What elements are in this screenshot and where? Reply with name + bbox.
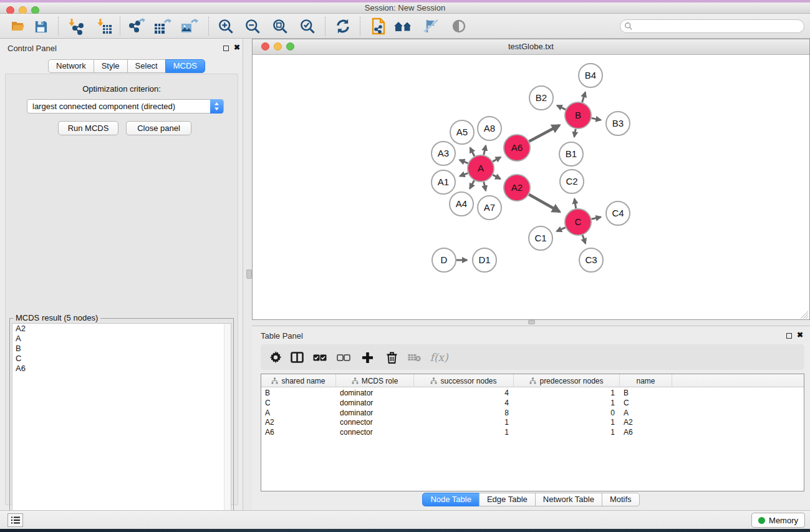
column-header-successor-nodes[interactable]: successor nodes — [414, 374, 514, 387]
table-row[interactable]: Cdominator41C — [261, 399, 804, 409]
edge-A2-C[interactable] — [529, 195, 559, 212]
edge-C-C3[interactable] — [582, 235, 586, 244]
table-cell[interactable]: A2 — [261, 418, 336, 428]
edge-A-A2[interactable] — [493, 175, 500, 178]
tab-edge-table[interactable]: Edge Table — [479, 493, 536, 506]
node-C[interactable]: C — [565, 209, 591, 235]
edge-A-A6[interactable] — [493, 157, 501, 162]
node-B2[interactable]: B2 — [529, 86, 553, 110]
table-cell[interactable]: 1 — [514, 389, 620, 399]
table-settings-gear-icon[interactable] — [267, 349, 284, 366]
table-row[interactable]: A2connector11A2 — [261, 418, 804, 428]
edge-A-A5[interactable] — [470, 148, 475, 156]
table-row[interactable]: Adominator80A — [261, 409, 804, 418]
zoom-out-icon[interactable] — [242, 17, 263, 36]
edge-B-B4[interactable] — [582, 92, 586, 102]
table-panel-close-icon[interactable]: ✖ — [797, 331, 803, 339]
table-cell[interactable]: A6 — [261, 428, 336, 438]
edge-B-B2[interactable] — [557, 105, 566, 109]
share-file-icon[interactable] — [368, 17, 389, 36]
tab-node-table[interactable]: Node Table — [422, 493, 480, 506]
node-A4[interactable]: A4 — [450, 192, 473, 216]
table-row[interactable]: A6connector11A6 — [261, 428, 804, 438]
node-A7[interactable]: A7 — [478, 196, 501, 220]
network-canvas[interactable]: B4B2BB3A8A5A6A3B1AA1C2A2A4A7C4CC1C3DD1 — [253, 55, 809, 319]
close-panel-button[interactable]: Close panel — [126, 121, 191, 135]
memory-button[interactable]: Memory — [751, 513, 805, 528]
edge-A6-B[interactable] — [529, 125, 559, 142]
float-panel-icon[interactable] — [223, 46, 229, 51]
eye-icon[interactable] — [448, 17, 470, 36]
node-A5[interactable]: A5 — [450, 120, 474, 144]
mcds-result-item[interactable]: C — [12, 354, 231, 364]
node-B4[interactable]: B4 — [579, 64, 602, 87]
criterion-select[interactable]: largest connected component (directed) — [27, 99, 224, 114]
node-B1[interactable]: B1 — [559, 142, 583, 166]
toggle-columns-icon[interactable] — [288, 349, 306, 366]
node-B3[interactable]: B3 — [606, 112, 630, 135]
list-scrollbar[interactable] — [224, 324, 231, 531]
select-all-icon[interactable] — [311, 349, 329, 366]
tab-network[interactable]: Network — [48, 59, 94, 73]
tab-network-table[interactable]: Network Table — [535, 493, 602, 506]
table-row[interactable]: Bdominator41B — [261, 389, 804, 399]
table-cell[interactable]: dominator — [336, 409, 414, 418]
edge-A-A7[interactable] — [484, 181, 486, 190]
search-input[interactable] — [633, 21, 804, 32]
table-cell[interactable]: connector — [336, 418, 414, 428]
node-B[interactable]: B — [565, 102, 591, 128]
edge-C-C4[interactable] — [591, 217, 600, 219]
zoom-in-icon[interactable] — [215, 17, 236, 36]
table-cell[interactable]: C — [261, 399, 336, 409]
resize-grip-icon[interactable] — [801, 311, 809, 319]
table-cell[interactable]: 8 — [414, 409, 514, 418]
table-cell[interactable]: 4 — [414, 389, 514, 399]
table-cell[interactable]: 1 — [514, 418, 620, 428]
network-graph[interactable]: B4B2BB3A8A5A6A3B1AA1C2A2A4A7C4CC1C3DD1 — [253, 55, 809, 319]
table-cell[interactable]: A6 — [620, 428, 672, 438]
table-cell[interactable]: 4 — [414, 399, 514, 409]
column-header-shared-name[interactable]: shared name — [261, 374, 336, 387]
zoom-selected-icon[interactable] — [297, 17, 318, 36]
hide-details-flag-icon[interactable] — [420, 17, 441, 36]
task-history-list-icon[interactable] — [7, 513, 23, 527]
table-cell[interactable]: 1 — [514, 428, 620, 438]
export-network-icon[interactable] — [126, 17, 147, 36]
export-image-icon[interactable] — [179, 17, 200, 36]
tab-motifs[interactable]: Motifs — [602, 493, 640, 506]
mcds-result-list[interactable]: A2ABCA6 — [12, 323, 231, 531]
edge-A-A3[interactable] — [460, 160, 468, 163]
mcds-result-item[interactable]: A — [12, 334, 231, 344]
save-icon[interactable] — [30, 17, 51, 36]
refresh-icon[interactable] — [332, 17, 354, 36]
export-table-icon[interactable] — [152, 17, 173, 36]
node-A[interactable]: A — [468, 155, 494, 181]
node-A3[interactable]: A3 — [432, 142, 455, 165]
node-A6[interactable]: A6 — [504, 135, 530, 161]
tab-mcds[interactable]: MCDS — [165, 59, 205, 73]
table-cell[interactable]: A — [620, 409, 672, 418]
table-cell[interactable]: A — [261, 409, 336, 418]
column-header-name[interactable]: name — [620, 374, 672, 387]
horizontal-scrollbar-thumb[interactable] — [528, 320, 535, 324]
import-table-icon[interactable] — [94, 17, 115, 36]
import-network-icon[interactable] — [65, 17, 86, 36]
table-cell[interactable]: 1 — [514, 399, 620, 409]
table-cell[interactable]: B — [620, 389, 672, 399]
zoom-fit-icon[interactable] — [269, 17, 291, 36]
edge-A-A8[interactable] — [484, 146, 486, 155]
node-C4[interactable]: C4 — [606, 201, 630, 225]
deselect-all-icon[interactable] — [335, 349, 352, 366]
node-A2[interactable]: A2 — [504, 175, 530, 201]
node-A1[interactable]: A1 — [432, 170, 455, 194]
table-cell[interactable]: 1 — [414, 428, 514, 438]
run-mcds-button[interactable]: Run MCDS — [58, 121, 118, 135]
table-panel-float-icon[interactable] — [786, 333, 792, 339]
column-header-predecessor-nodes[interactable]: predecessor nodes — [514, 374, 620, 387]
node-D1[interactable]: D1 — [473, 248, 496, 272]
edge-C-C1[interactable] — [557, 228, 566, 231]
node-C3[interactable]: C3 — [579, 248, 603, 272]
table-cell[interactable]: dominator — [336, 399, 414, 409]
table-cell[interactable]: connector — [336, 428, 414, 438]
vertical-scrollbar-thumb[interactable] — [246, 269, 252, 279]
